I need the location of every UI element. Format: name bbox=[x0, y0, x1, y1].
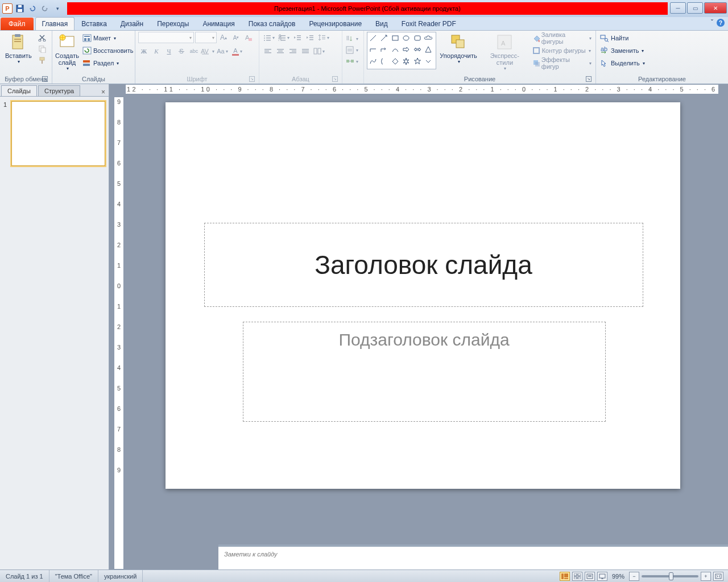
shape-elbow-icon[interactable] bbox=[369, 45, 378, 54]
tab-review[interactable]: Рецензирование bbox=[302, 17, 369, 30]
format-painter-icon[interactable] bbox=[36, 55, 48, 66]
shape-rect-icon[interactable] bbox=[391, 34, 400, 43]
section-button[interactable]: Раздел▾ bbox=[81, 57, 134, 69]
maximize-button[interactable]: ▭ bbox=[687, 2, 703, 14]
strike-icon[interactable]: S bbox=[176, 45, 187, 57]
tab-home[interactable]: Главная bbox=[35, 17, 75, 30]
shape-outline-button[interactable]: Контур фигуры▾ bbox=[531, 44, 593, 57]
notes-pane[interactable]: Заметки к слайду bbox=[218, 544, 728, 569]
align-text-icon[interactable]: ▾ bbox=[345, 44, 359, 56]
find-button[interactable]: Найти bbox=[599, 32, 725, 44]
tab-transitions[interactable]: Переходы bbox=[150, 17, 196, 30]
status-language[interactable]: украинский bbox=[98, 570, 143, 582]
columns-icon[interactable]: ▾ bbox=[312, 45, 326, 57]
shape-brace-icon[interactable] bbox=[379, 57, 388, 66]
tab-file[interactable]: Файл bbox=[1, 18, 34, 30]
tab-animation[interactable]: Анимация bbox=[196, 17, 241, 30]
zoom-out-button[interactable]: − bbox=[629, 572, 639, 581]
line-spacing-icon[interactable]: ▾ bbox=[317, 32, 330, 43]
shape-effects-button[interactable]: Эффекты фигур▾ bbox=[531, 57, 593, 69]
tab-foxit[interactable]: Foxit Reader PDF bbox=[395, 17, 463, 30]
copy-icon[interactable] bbox=[36, 43, 48, 55]
zoom-slider[interactable] bbox=[642, 575, 698, 577]
undo-icon[interactable] bbox=[27, 3, 38, 14]
smartart-icon[interactable]: ▾ bbox=[345, 56, 359, 67]
paste-button[interactable]: Вставить▾ bbox=[3, 32, 34, 65]
justify-icon[interactable] bbox=[300, 45, 311, 57]
view-slideshow-icon[interactable] bbox=[597, 572, 607, 581]
view-sorter-icon[interactable] bbox=[572, 572, 582, 581]
shape-arrow-icon[interactable] bbox=[379, 34, 388, 43]
layout-button[interactable]: Макет▾ bbox=[81, 32, 134, 44]
text-direction-icon[interactable]: ll▾ bbox=[345, 33, 359, 44]
grow-font-icon[interactable]: A▴ bbox=[218, 32, 229, 43]
panel-tab-slides[interactable]: Слайды bbox=[1, 85, 37, 96]
shape-curve-icon[interactable] bbox=[391, 45, 400, 54]
char-spacing-icon[interactable]: AV▾ bbox=[201, 45, 214, 57]
qat-customize-icon[interactable]: ▾ bbox=[52, 3, 63, 14]
view-normal-icon[interactable] bbox=[560, 572, 570, 581]
font-name-combo[interactable]: ▾ bbox=[138, 32, 194, 43]
shape-roundrect-icon[interactable] bbox=[413, 34, 422, 43]
close-button[interactable]: ✕ bbox=[704, 2, 727, 14]
redo-icon[interactable] bbox=[40, 3, 50, 14]
tab-view[interactable]: Вид bbox=[369, 17, 395, 30]
numbering-icon[interactable]: 123▾ bbox=[277, 32, 291, 43]
paragraph-dialog-icon[interactable]: ↘ bbox=[332, 76, 338, 82]
align-center-icon[interactable] bbox=[275, 45, 286, 57]
decrease-indent-icon[interactable] bbox=[292, 32, 303, 43]
shape-rightarrow-icon[interactable] bbox=[402, 45, 411, 54]
font-color-icon[interactable]: A▾ bbox=[230, 45, 244, 57]
shape-leftright-icon[interactable] bbox=[413, 45, 422, 54]
minimize-ribbon-icon[interactable]: ˇ bbox=[711, 19, 713, 27]
shape-fill-button[interactable]: Заливка фигуры▾ bbox=[531, 32, 593, 44]
italic-icon[interactable]: К bbox=[151, 45, 162, 57]
align-right-icon[interactable] bbox=[287, 45, 299, 57]
shape-star-icon[interactable] bbox=[413, 57, 422, 66]
bullets-icon[interactable]: ▾ bbox=[262, 32, 276, 43]
slide-canvas-scroll[interactable]: Заголовок слайда Подзаголовок слайда bbox=[126, 97, 719, 569]
clipboard-dialog-icon[interactable]: ↘ bbox=[42, 76, 48, 82]
shapes-gallery[interactable] bbox=[367, 32, 436, 69]
drawing-dialog-icon[interactable]: ↘ bbox=[586, 76, 592, 82]
arrange-button[interactable]: Упорядочить▾ bbox=[439, 32, 478, 65]
shape-freeform-icon[interactable] bbox=[369, 57, 378, 66]
subtitle-placeholder[interactable]: Подзаголовок слайда bbox=[243, 322, 606, 422]
minimize-button[interactable]: ─ bbox=[670, 2, 686, 14]
tab-design[interactable]: Дизайн bbox=[114, 17, 150, 30]
shadow-icon[interactable]: abc bbox=[188, 45, 200, 57]
panel-tab-outline[interactable]: Структура bbox=[38, 85, 80, 96]
shape-diamond-icon[interactable] bbox=[391, 57, 400, 66]
save-icon[interactable] bbox=[15, 3, 25, 14]
tab-slideshow[interactable]: Показ слайдов bbox=[242, 17, 303, 30]
shape-line-icon[interactable] bbox=[369, 34, 378, 43]
align-left-icon[interactable] bbox=[262, 45, 274, 57]
panel-close-icon[interactable]: × bbox=[101, 88, 105, 96]
shape-triangle-icon[interactable] bbox=[424, 45, 433, 54]
shape-elbow-arrow-icon[interactable] bbox=[379, 45, 388, 54]
slide-canvas[interactable]: Заголовок слайда Подзаголовок слайда bbox=[166, 102, 680, 489]
help-icon[interactable]: ? bbox=[717, 19, 725, 27]
shape-explosion-icon[interactable] bbox=[402, 57, 411, 66]
shrink-font-icon[interactable]: A▾ bbox=[230, 32, 242, 43]
shape-more-icon[interactable] bbox=[424, 57, 433, 66]
clear-format-icon[interactable]: A bbox=[243, 32, 254, 43]
fit-to-window-icon[interactable] bbox=[713, 572, 723, 581]
tab-insert[interactable]: Вставка bbox=[75, 17, 114, 30]
shape-oval-icon[interactable] bbox=[402, 34, 411, 43]
title-placeholder[interactable]: Заголовок слайда bbox=[204, 223, 643, 307]
zoom-in-button[interactable]: + bbox=[701, 572, 711, 581]
change-case-icon[interactable]: Aa▾ bbox=[216, 45, 229, 57]
reset-button[interactable]: Восстановить bbox=[81, 44, 134, 57]
quick-styles-button[interactable]: A Экспресс-стили▾ bbox=[481, 32, 528, 72]
cut-icon[interactable] bbox=[36, 32, 48, 43]
new-slide-button[interactable]: Создать слайд▾ bbox=[55, 32, 79, 72]
bold-icon[interactable]: Ж bbox=[138, 45, 150, 57]
font-size-combo[interactable]: ▾ bbox=[195, 32, 217, 43]
font-dialog-icon[interactable]: ↘ bbox=[249, 76, 255, 82]
view-reading-icon[interactable] bbox=[585, 572, 595, 581]
select-button[interactable]: Выделить▾ bbox=[599, 57, 725, 69]
replace-button[interactable]: abЗаменить▾ bbox=[599, 44, 725, 57]
shape-cloud-icon[interactable] bbox=[424, 34, 433, 43]
underline-icon[interactable]: Ч bbox=[163, 45, 175, 57]
